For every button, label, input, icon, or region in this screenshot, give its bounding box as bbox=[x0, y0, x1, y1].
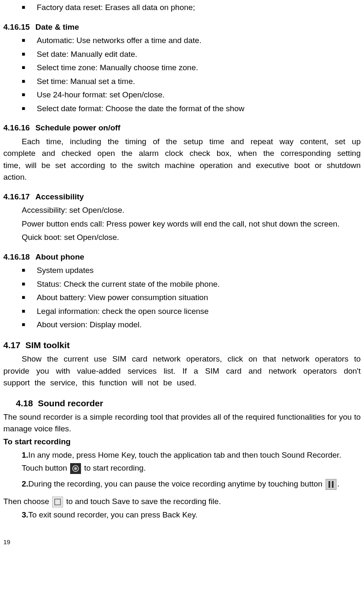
svg-rect-4 bbox=[329, 481, 330, 488]
heading-number: 4.16.18 bbox=[3, 251, 30, 263]
list-item: Automatic: Use networks offer a time and… bbox=[3, 35, 361, 47]
heading-title: About phone bbox=[35, 251, 84, 263]
heading-title: Date & time bbox=[35, 21, 79, 33]
about-phone-bullets: System updates Status: Check the current… bbox=[3, 265, 361, 331]
text-before-icon: Touch button bbox=[22, 464, 69, 472]
svg-rect-5 bbox=[332, 481, 334, 488]
list-item: About battery: View power consumption si… bbox=[3, 292, 361, 304]
list-item: Status: Check the current state of the m… bbox=[3, 278, 361, 290]
accessibility-p1: Accessibility: set Open/close. bbox=[3, 204, 361, 217]
step-2: 2.During the recording, you can pause th… bbox=[22, 478, 361, 490]
sim-paragraph: Show the current use SIM card network op… bbox=[3, 353, 361, 389]
svg-point-2 bbox=[74, 467, 77, 470]
step-text: To exit sound recorder, you can press Ba… bbox=[28, 510, 197, 519]
accessibility-p3: Quick boot: set Open/close. bbox=[3, 232, 361, 244]
page-number: 19 bbox=[3, 538, 361, 547]
step-number: 1. bbox=[22, 451, 28, 459]
heading-title: Sound recorder bbox=[38, 397, 103, 410]
record-icon bbox=[70, 463, 81, 474]
heading-number: 4.18 bbox=[16, 397, 33, 410]
heading-accessibility: 4.16.17 Accessibility bbox=[3, 191, 361, 203]
list-item: Select time zone: Manually choose time z… bbox=[3, 62, 361, 74]
svg-rect-6 bbox=[52, 497, 63, 507]
heading-title: Schedule power on/off bbox=[35, 122, 121, 134]
heading-about-phone: 4.16.18 About phone bbox=[3, 251, 361, 263]
heading-title: SIM toolkit bbox=[25, 339, 70, 352]
heading-sound-recorder: 4.18 Sound recorder bbox=[16, 397, 361, 410]
heading-number: 4.16.16 bbox=[3, 122, 30, 134]
step-number: 2. bbox=[22, 479, 28, 488]
step-text-end: . bbox=[337, 479, 339, 488]
list-item: Set time: Manual set a time. bbox=[3, 76, 361, 88]
top-bullet-list: Factory data reset: Erases all data on p… bbox=[3, 2, 361, 14]
list-item: Factory data reset: Erases all data on p… bbox=[3, 2, 361, 14]
heading-number: 4.16.17 bbox=[3, 191, 30, 203]
list-item: Select date format: Choose the date the … bbox=[3, 103, 361, 115]
pause-icon bbox=[326, 479, 336, 490]
date-time-bullets: Automatic: Use networks offer a time and… bbox=[3, 35, 361, 115]
heading-number: 4.16.15 bbox=[3, 21, 30, 33]
list-item: Use 24-hour format: set Open/close. bbox=[3, 89, 361, 101]
heading-sim-toolkit: 4.17 SIM toolkit bbox=[3, 339, 361, 352]
heading-date-time: 4.16.15 Date & time bbox=[3, 21, 361, 33]
list-item: System updates bbox=[3, 265, 361, 277]
svg-rect-3 bbox=[326, 479, 336, 490]
step-text: During the recording, you can pause the … bbox=[28, 479, 322, 488]
list-item: Set date: Manually edit date. bbox=[3, 48, 361, 61]
step-text: In any mode, press Home Key, touch the a… bbox=[28, 451, 341, 459]
accessibility-p2: Power button ends call: Press power key … bbox=[3, 218, 361, 230]
to-start-recording-heading: To start recording bbox=[3, 436, 361, 448]
then-choose-line: Then choose to and touch Save to save th… bbox=[3, 496, 361, 507]
schedule-power-paragraph: Each time, including the timing of the s… bbox=[3, 136, 361, 183]
stop-icon bbox=[52, 497, 63, 507]
step-number: 3. bbox=[22, 510, 28, 519]
heading-schedule-power: 4.16.16 Schedule power on/off bbox=[3, 122, 361, 134]
sound-recorder-intro: The sound recorder is a simple recording… bbox=[3, 411, 361, 434]
list-item: Legal information: check the open source… bbox=[3, 306, 361, 318]
touch-record-line: Touch button to start recording. bbox=[22, 462, 361, 474]
step-1: 1.In any mode, press Home Key, touch the… bbox=[22, 449, 361, 461]
text-after-icon: to start recording. bbox=[84, 464, 146, 472]
text-after-icon: to and touch Save to save the recording … bbox=[66, 497, 221, 506]
heading-number: 4.17 bbox=[3, 339, 20, 352]
list-item: About version: Display model. bbox=[3, 319, 361, 331]
heading-title: Accessibility bbox=[35, 191, 84, 203]
text-before-icon: Then choose bbox=[3, 497, 51, 506]
step-3: 3.To exit sound recorder, you can press … bbox=[22, 509, 361, 521]
